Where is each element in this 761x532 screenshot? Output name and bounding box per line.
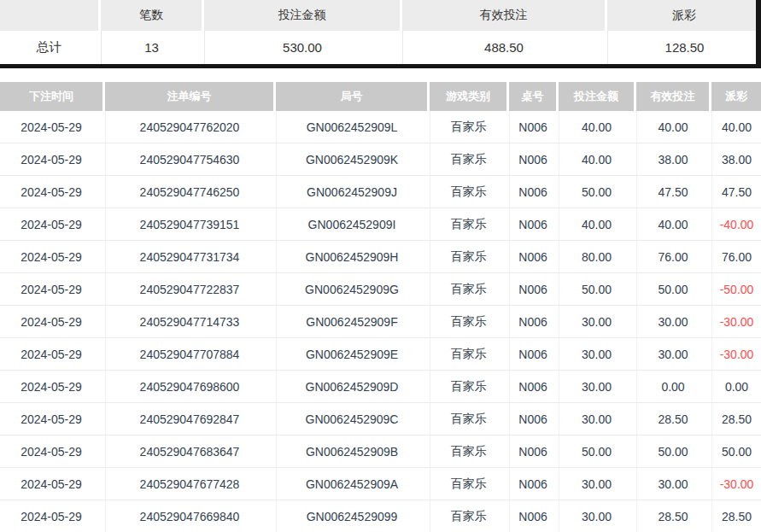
- cell-payout: 76.00: [711, 241, 761, 272]
- cell-valid-bet: 47.50: [636, 176, 709, 208]
- cell-game-type: 百家乐: [430, 403, 506, 435]
- cell-game-type: 百家乐: [430, 208, 506, 240]
- cell-round-number: GN0062452909D: [276, 371, 427, 402]
- cell-order-number: 240529047739151: [105, 208, 273, 240]
- cell-order-number: 240529047692847: [105, 403, 273, 435]
- cell-payout: 40.00: [711, 111, 761, 143]
- summary-total-bet-amount: 530.00: [204, 31, 400, 64]
- table-row: 2024-05-29 240529047762020 GN0062452909L…: [0, 111, 761, 143]
- cell-valid-bet: 28.50: [636, 500, 709, 532]
- cell-table-number: N006: [509, 436, 556, 467]
- cell-payout: 38.00: [711, 143, 761, 175]
- cell-valid-bet: 30.00: [636, 468, 709, 500]
- cell-bet-amount: 30.00: [559, 338, 634, 370]
- cell-round-number: GN0062452909L: [276, 111, 427, 143]
- cell-game-type: 百家乐: [430, 176, 506, 208]
- cell-round-number: GN0062452909H: [276, 241, 427, 272]
- cell-round-number: GN0062452909C: [276, 403, 427, 435]
- cell-payout: 47.50: [711, 176, 761, 208]
- table-row: 2024-05-29 240529047746250 GN0062452909J…: [0, 176, 761, 208]
- cell-bet-time: 2024-05-29: [0, 436, 102, 467]
- col-header-order-number: 注单编号: [105, 82, 273, 111]
- cell-order-number: 240529047669840: [105, 500, 273, 532]
- cell-bet-time: 2024-05-29: [0, 208, 102, 240]
- cell-valid-bet: 40.00: [636, 111, 709, 143]
- cell-bet-time: 2024-05-29: [0, 306, 102, 337]
- cell-valid-bet: 38.00: [636, 143, 709, 175]
- cell-game-type: 百家乐: [430, 468, 506, 500]
- cell-payout: -30.00: [711, 306, 761, 337]
- cell-table-number: N006: [509, 273, 556, 305]
- summary-total-valid-bet: 488.50: [402, 31, 605, 64]
- table-row: 2024-05-29 240529047698600 GN0062452909D…: [0, 371, 761, 403]
- col-header-round-number: 局号: [276, 82, 427, 111]
- cell-payout: 50.00: [711, 436, 761, 467]
- table-row: 2024-05-29 240529047739151 GN0062452909I…: [0, 208, 761, 241]
- cell-game-type: 百家乐: [430, 338, 506, 370]
- col-header-bet-time: 下注时间: [0, 82, 102, 111]
- table-row: 2024-05-29 240529047707884 GN0062452909E…: [0, 338, 761, 371]
- cell-bet-amount: 30.00: [559, 500, 634, 532]
- cell-game-type: 百家乐: [430, 143, 506, 175]
- cell-table-number: N006: [509, 208, 556, 240]
- cell-payout: -40.00: [711, 208, 761, 240]
- cell-order-number: 240529047731734: [105, 241, 273, 272]
- cell-payout: -30.00: [711, 468, 761, 500]
- cell-order-number: 240529047746250: [105, 176, 273, 208]
- cell-valid-bet: 28.50: [636, 403, 709, 435]
- summary-total-count: 13: [101, 31, 202, 64]
- scrollbar-thumb[interactable]: [756, 0, 761, 68]
- table-row: 2024-05-29 240529047669840 GN00624529099…: [0, 500, 761, 532]
- cell-bet-amount: 40.00: [559, 143, 634, 175]
- cell-game-type: 百家乐: [430, 241, 506, 272]
- cell-bet-time: 2024-05-29: [0, 273, 102, 305]
- summary-total-label: 总计: [0, 31, 98, 64]
- table-row: 2024-05-29 240529047714733 GN0062452909F…: [0, 306, 761, 338]
- cell-order-number: 240529047714733: [105, 306, 273, 337]
- cell-valid-bet: 40.00: [636, 208, 709, 240]
- cell-round-number: GN0062452909A: [276, 468, 427, 500]
- cell-payout: -50.00: [711, 273, 761, 305]
- cell-bet-amount: 80.00: [559, 241, 634, 272]
- cell-bet-time: 2024-05-29: [0, 338, 102, 370]
- cell-table-number: N006: [509, 403, 556, 435]
- cell-bet-time: 2024-05-29: [0, 500, 102, 532]
- cell-order-number: 240529047722837: [105, 273, 273, 305]
- cell-bet-amount: 30.00: [559, 371, 634, 402]
- cell-bet-amount: 50.00: [559, 436, 634, 467]
- cell-bet-time: 2024-05-29: [0, 468, 102, 500]
- col-header-table-number: 桌号: [509, 82, 556, 111]
- cell-bet-time: 2024-05-29: [0, 143, 102, 175]
- cell-game-type: 百家乐: [430, 500, 506, 532]
- cell-bet-amount: 40.00: [559, 111, 634, 143]
- table-row: 2024-05-29 240529047677428 GN0062452909A…: [0, 468, 761, 500]
- cell-table-number: N006: [509, 241, 556, 272]
- summary-header-valid-bet: 有效投注: [402, 0, 605, 31]
- cell-valid-bet: 50.00: [636, 436, 709, 467]
- cell-table-number: N006: [509, 500, 556, 532]
- cell-game-type: 百家乐: [430, 371, 506, 402]
- cell-valid-bet: 30.00: [636, 338, 709, 370]
- cell-bet-time: 2024-05-29: [0, 111, 102, 143]
- cell-round-number: GN0062452909I: [276, 208, 427, 240]
- cell-bet-amount: 30.00: [559, 468, 634, 500]
- cell-payout: -30.00: [711, 338, 761, 370]
- cell-table-number: N006: [509, 338, 556, 370]
- cell-order-number: 240529047754630: [105, 143, 273, 175]
- section-gap: [0, 68, 761, 82]
- table-row: 2024-05-29 240529047683647 GN0062452909B…: [0, 436, 761, 468]
- summary-total-payout: 128.50: [607, 31, 761, 64]
- cell-bet-time: 2024-05-29: [0, 403, 102, 435]
- cell-table-number: N006: [509, 306, 556, 337]
- cell-round-number: GN0062452909K: [276, 143, 427, 175]
- summary-total-row: 总计 13 530.00 488.50 128.50: [0, 31, 761, 64]
- summary-header-row: 笔数 投注金额 有效投注 派彩: [0, 0, 761, 31]
- cell-game-type: 百家乐: [430, 273, 506, 305]
- table-row: 2024-05-29 240529047722837 GN0062452909G…: [0, 273, 761, 306]
- summary-header-bet-amount: 投注金额: [204, 0, 400, 31]
- summary-header-blank: [0, 0, 98, 31]
- cell-table-number: N006: [509, 143, 556, 175]
- records-table-header: 下注时间 注单编号 局号 游戏类别 桌号 投注金额 有效投注 派彩: [0, 82, 761, 111]
- summary-header-count: 笔数: [101, 0, 202, 31]
- cell-table-number: N006: [509, 111, 556, 143]
